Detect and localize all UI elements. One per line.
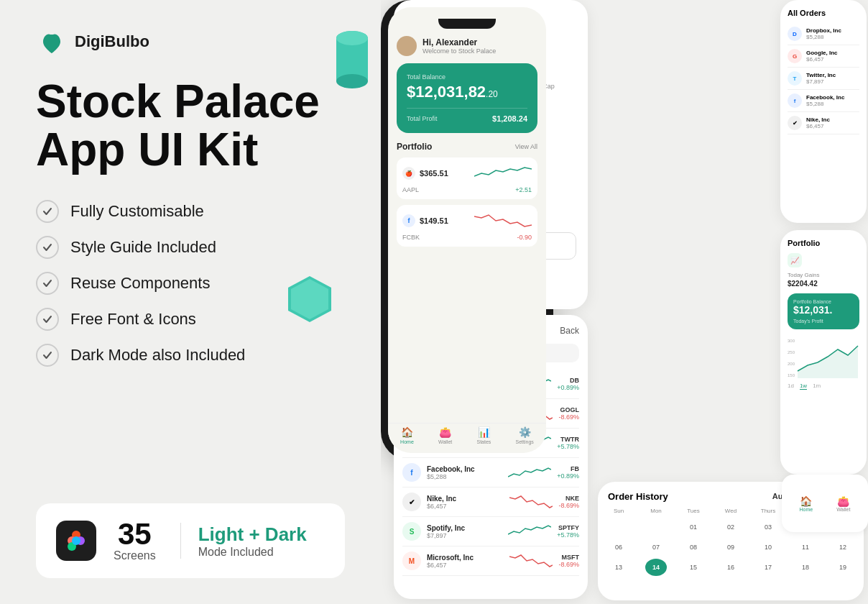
hero-title: Stock Palace App UI Kit — [36, 78, 345, 174]
logo-row: DigiBulbo — [36, 26, 345, 58]
all-orders-screen: All Orders D Dropbox, Inc $5,288 G Googl… — [780, 0, 867, 223]
microsoft-logo: M — [402, 552, 421, 570]
figma-icon — [56, 521, 96, 561]
apple-icon: 🍎 — [402, 167, 415, 180]
feature-1: Fully Customisable — [36, 200, 345, 223]
svg-point-5 — [72, 536, 80, 545]
phone-mockup: Hi, Alexander Welcome to Stock Palace To… — [381, 0, 553, 460]
phone-screen: Hi, Alexander Welcome to Stock Palace To… — [388, 7, 546, 453]
tab-home[interactable]: 🏠 Home — [400, 426, 414, 444]
check-icon-5 — [36, 344, 59, 367]
user-avatar — [397, 36, 417, 56]
bottom-card: 35 Screens Light + Dark Mode Included — [36, 503, 345, 578]
portfolio-header: Portfolio View All — [397, 142, 537, 152]
spotify-logo: S — [402, 522, 421, 541]
portfolio-icon-row: 📈 — [788, 253, 859, 267]
hex-shape — [284, 273, 336, 325]
bottom-tabs: 🏠 Home 👛 Wallet 📊 States ⚙️ Settings — [388, 423, 546, 447]
check-icon-2 — [36, 236, 59, 259]
svg-text:200: 200 — [788, 362, 795, 366]
order-row-twitter: T Twitter, Inc $7,897 — [788, 68, 859, 90]
order-row-facebook: f Facebook, Inc $5,288 — [788, 90, 859, 112]
stock-row-nike[interactable]: ✔ Nike, Inc $6,457 NKE -8.69% — [402, 488, 579, 517]
feature-5: Dark Mode also Included — [36, 344, 345, 367]
phone-notch — [438, 19, 496, 29]
order-row-nike: ✔ Nike, Inc $6,457 — [788, 112, 859, 134]
order-row-google: G Google, Inc $6,457 — [788, 45, 859, 68]
facebook-icon: f — [402, 214, 415, 227]
calendar-week3: 13 14 15 16 17 18 19 — [608, 559, 854, 576]
facebook-chart — [508, 462, 551, 482]
svg-text:150: 150 — [788, 373, 795, 378]
tab-wallet[interactable]: 👛 Wallet — [438, 426, 452, 444]
portfolio-chart: 300 250 200 150 — [788, 335, 859, 378]
svg-text:300: 300 — [788, 339, 795, 343]
screens-area: $226.90 ▲ $2.02 (9.0%) Statistics Open 2… — [381, 0, 868, 604]
small-time-tabs: 1d 1w 1m — [788, 383, 859, 390]
phone-bottom-tab-strip: 🏠 Home 👛 Wallet — [782, 475, 868, 532]
facebook-logo: f — [402, 463, 421, 482]
order-row-dropbox: D Dropbox, Inc $5,288 — [788, 23, 859, 45]
check-icon-1 — [36, 200, 59, 223]
balance-card: Total Balance $12,031,82.20 Total Profit… — [397, 63, 537, 133]
nike-logo: ✔ — [402, 493, 421, 511]
tab-settings[interactable]: ⚙️ Settings — [516, 426, 534, 444]
portfolio-balance-card: Portfolio Balance $12,031. Today's Profi… — [788, 293, 859, 329]
portfolio-icon: 📈 — [788, 253, 802, 267]
tab-home-mini[interactable]: 🏠 Home — [800, 495, 813, 512]
svg-text:250: 250 — [788, 350, 795, 354]
spotify-chart — [508, 521, 551, 541]
greeting-row: Hi, Alexander Welcome to Stock Palace — [397, 36, 537, 56]
stock-row-spotify[interactable]: S Spotify, Inc $7,897 SPTFY +5.78% — [402, 517, 579, 546]
card-divider — [180, 523, 181, 559]
logo-icon — [36, 26, 68, 58]
fcbk-chart — [474, 211, 532, 231]
aapl-chart — [474, 163, 532, 183]
stock-row-facebook[interactable]: f Facebook, Inc $5,288 FB +0.89% — [402, 458, 579, 488]
tab-states[interactable]: 📊 States — [476, 426, 491, 444]
check-icon-3 — [36, 272, 59, 295]
portfolio-right-screen: Portfolio 📈 Today Gains $2204.42 Portfol… — [780, 230, 867, 475]
stock-row-microsoft[interactable]: M Microsoft, Inc $6,457 MSFT -8.69% — [402, 546, 579, 576]
tab-wallet-mini[interactable]: 👛 Wallet — [836, 495, 850, 512]
calendar-week2: 06 07 08 09 10 11 12 — [608, 539, 854, 556]
check-icon-4 — [36, 308, 59, 331]
screens-count: 35 Screens — [114, 519, 156, 562]
svg-point-9 — [336, 31, 368, 45]
svg-point-8 — [336, 74, 368, 88]
feature-2: Style Guide Included — [36, 236, 345, 259]
brand-name: DigiBulbo — [75, 32, 149, 51]
svg-point-0 — [49, 35, 55, 40]
aapl-stock-item: 🍎 $365.51 AAPL +2.51 — [397, 157, 537, 199]
nike-chart — [509, 492, 553, 512]
microsoft-chart — [509, 551, 553, 571]
cylinder-shape — [331, 27, 374, 92]
fcbk-stock-item: f $149.51 FCBK -0.90 — [397, 205, 537, 247]
mode-info: Light + Dark Mode Included — [198, 523, 307, 559]
